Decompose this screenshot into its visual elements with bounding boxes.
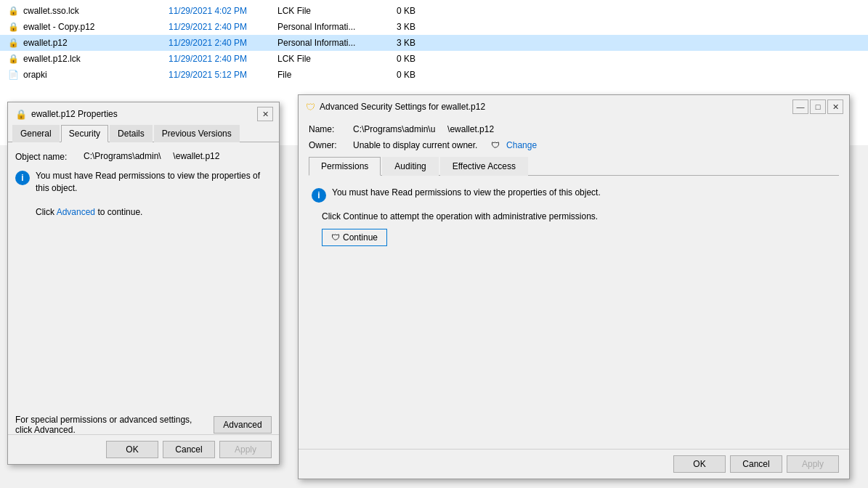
props-close-button[interactable]: ✕: [257, 107, 273, 121]
file-row[interactable]: 🔒 ewallet.p12.lck 11/29/2021 2:40 PM LCK…: [0, 51, 868, 67]
continue-label: Continue: [343, 232, 378, 243]
props-tabs: GeneralSecurityDetailsPrevious Versions: [8, 124, 279, 142]
adv-minimize-button[interactable]: —: [792, 99, 808, 114]
file-row[interactable]: 🔒 ewallet - Copy.p12 11/29/2021 2:40 PM …: [0, 19, 868, 35]
props-title-icon: 🔒: [15, 109, 27, 120]
adv-title-icon: 🛡: [306, 102, 315, 113]
adv-apply-button[interactable]: Apply: [787, 455, 839, 473]
object-name-label: Object name:: [15, 152, 81, 162]
adv-continue-text: Click Continue to attempt the operation …: [322, 211, 836, 221]
props-info-message: You must have Read permissions to view t…: [36, 171, 260, 193]
props-title: 🔒 ewallet.p12 Properties: [15, 109, 118, 120]
adv-tabs: PermissionsAuditingEffective Access: [309, 156, 839, 176]
file-row[interactable]: 📄 orapki 11/29/2021 5:12 PM File 0 KB: [0, 67, 868, 83]
props-click-advanced-text: Click: [36, 207, 57, 217]
adv-tab-effective-access[interactable]: Effective Access: [440, 157, 528, 176]
adv-info-icon: i: [312, 188, 326, 203]
props-info-box: i You must have Read permissions to view…: [15, 170, 272, 219]
props-titlebar-buttons: ✕: [257, 107, 273, 121]
adv-body: Name: C:\Programs\admin\u \ewallet.p12 O…: [299, 117, 849, 401]
file-icon: 🔒: [6, 53, 20, 65]
file-icon: 🔒: [6, 21, 20, 33]
adv-continue-section: Click Continue to attempt the operation …: [312, 211, 836, 246]
adv-tab-auditing[interactable]: Auditing: [382, 157, 438, 176]
file-type: Personal Informati...: [277, 22, 372, 32]
file-name: orapki: [23, 70, 169, 80]
file-name: ewallet.p12: [23, 38, 169, 48]
object-name-row: Object name: C:\Programs\admin\ \ewallet…: [15, 150, 272, 164]
adv-name-label: Name:: [309, 124, 349, 134]
file-type: LCK File: [277, 6, 372, 16]
props-cancel-button[interactable]: Cancel: [163, 441, 215, 458]
file-type: LCK File: [277, 54, 372, 64]
tab-security[interactable]: Security: [61, 125, 108, 142]
adv-maximize-button[interactable]: □: [810, 99, 826, 114]
advanced-security-dialog: 🛡 Advanced Security Settings for ewallet…: [298, 94, 850, 479]
file-row[interactable]: 🔒 cwallet.sso.lck 11/29/2021 4:02 PM LCK…: [0, 3, 868, 19]
tab-details[interactable]: Details: [110, 125, 153, 142]
file-size: 0 KB: [372, 54, 415, 64]
props-titlebar: 🔒 ewallet.p12 Properties ✕: [8, 102, 279, 124]
tab-previous-versions[interactable]: Previous Versions: [154, 125, 240, 142]
advanced-section: For special permissions or advanced sett…: [15, 415, 272, 435]
adv-ok-button[interactable]: OK: [673, 455, 726, 473]
file-icon: 🔒: [6, 37, 20, 49]
adv-name-row: Name: C:\Programs\admin\u \ewallet.p12: [309, 124, 839, 134]
file-size: 3 KB: [372, 22, 415, 32]
props-tab-content: Object name: C:\Programs\admin\ \ewallet…: [8, 142, 279, 396]
file-date: 11/29/2021 2:40 PM: [169, 54, 277, 64]
file-name: ewallet.p12.lck: [23, 54, 169, 64]
adv-name-value: C:\Programs\admin\u \ewallet.p12: [353, 124, 494, 134]
file-date: 11/29/2021 4:02 PM: [169, 6, 277, 16]
file-row[interactable]: 🔒 ewallet.p12 11/29/2021 2:40 PM Persona…: [0, 35, 868, 51]
adv-titlebar-buttons: — □ ✕: [792, 99, 843, 114]
props-title-text: ewallet.p12 Properties: [31, 109, 118, 119]
file-date: 11/29/2021 2:40 PM: [169, 22, 277, 32]
adv-owner-row: Owner: Unable to display current owner. …: [309, 140, 839, 150]
adv-info-box: i You must have Read permissions to view…: [312, 187, 836, 203]
props-ok-button[interactable]: OK: [106, 441, 158, 458]
file-icon: 🔒: [6, 5, 20, 17]
file-name: ewallet - Copy.p12: [23, 22, 169, 32]
adv-tab-permissions[interactable]: Permissions: [309, 157, 381, 176]
continue-button[interactable]: 🛡 Continue: [322, 229, 387, 246]
tab-general[interactable]: General: [12, 125, 60, 142]
file-type: File: [277, 70, 372, 80]
adv-footer: OK Cancel Apply: [299, 449, 849, 479]
file-icon: 📄: [6, 69, 20, 81]
file-size: 0 KB: [372, 70, 415, 80]
adv-owner-spacer: [482, 140, 487, 150]
file-name: cwallet.sso.lck: [23, 6, 169, 16]
adv-change-link[interactable]: Change: [506, 140, 537, 150]
object-name-value: C:\Programs\admin\ \ewallet.p12: [81, 150, 272, 164]
adv-cancel-button[interactable]: Cancel: [730, 455, 782, 473]
adv-owner-label: Owner:: [309, 140, 349, 150]
adv-title: 🛡 Advanced Security Settings for ewallet…: [306, 102, 485, 113]
adv-close-button[interactable]: ✕: [827, 99, 843, 114]
file-date: 11/29/2021 5:12 PM: [169, 70, 277, 80]
adv-titlebar: 🛡 Advanced Security Settings for ewallet…: [299, 95, 849, 117]
props-info-text: You must have Read permissions to view t…: [36, 170, 272, 219]
advanced-link[interactable]: Advanced: [57, 207, 95, 217]
info-icon: i: [15, 171, 30, 185]
file-size: 0 KB: [372, 6, 415, 16]
file-date: 11/29/2021 2:40 PM: [169, 38, 277, 48]
adv-shield-icon: 🛡: [491, 140, 500, 150]
file-size: 3 KB: [372, 38, 415, 48]
props-footer: OK Cancel Apply: [8, 434, 279, 464]
adv-title-text: Advanced Security Settings for ewallet.p…: [320, 102, 485, 112]
adv-info-message: You must have Read permissions to view t…: [332, 187, 601, 198]
adv-owner-value: Unable to display current owner.: [353, 140, 477, 150]
properties-dialog: 🔒 ewallet.p12 Properties ✕ GeneralSecuri…: [7, 102, 280, 465]
props-to-continue: to continue.: [95, 207, 142, 217]
file-type: Personal Informati...: [277, 38, 372, 48]
advanced-button[interactable]: Advanced: [214, 416, 272, 434]
continue-shield-icon: 🛡: [331, 232, 340, 243]
advanced-section-text: For special permissions or advanced sett…: [15, 415, 208, 435]
adv-tab-content: i You must have Read permissions to view…: [309, 176, 839, 394]
props-apply-button[interactable]: Apply: [219, 441, 272, 458]
